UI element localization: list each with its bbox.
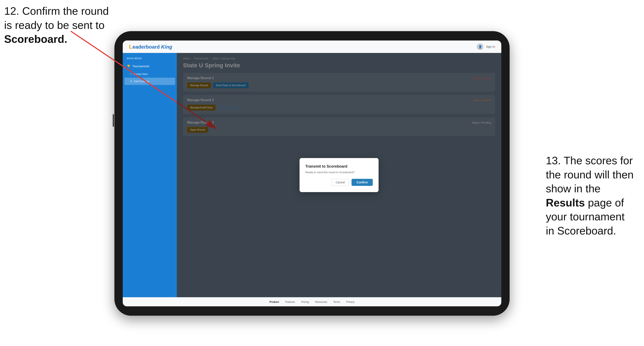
modal-overlay: Transmit to Scoreboard Ready to send thi… (177, 53, 501, 297)
signin-link[interactable]: Sign In (486, 45, 495, 48)
annotation-right-bold: Results (546, 197, 585, 209)
modal-confirm-btn[interactable]: Confirm (352, 179, 373, 186)
modal-title: Transmit to Scoreboard (305, 164, 373, 169)
annotation-right: 13. The scores for the round will then s… (546, 154, 634, 238)
annotation-right-line3: show in the (546, 182, 600, 195)
main-content: Home › Tournaments › State U Spring Invi… (177, 53, 501, 297)
tablet-screen: Leaderboard King 👤 Sign In MAIN MENU 🏆 T… (123, 40, 501, 306)
sidebar: MAIN MENU 🏆 Tournaments + Create New ✎ E… (123, 53, 177, 297)
main-layout: MAIN MENU 🏆 Tournaments + Create New ✎ E… (123, 53, 501, 297)
annotation-right-line2: the round will then (546, 169, 634, 181)
plus-icon: + (130, 72, 132, 76)
annotation-right-line1: 13. The scores for (546, 155, 633, 167)
footer-privacy[interactable]: Privacy (346, 301, 354, 303)
edit-icon: ✎ (130, 80, 132, 83)
footer: Product Features Pricing Resources Terms… (123, 297, 501, 306)
annotation-line2: is ready to be sent to (4, 19, 105, 31)
annotation-line1: 12. Confirm the round (4, 5, 109, 17)
footer-pricing[interactable]: Pricing (301, 301, 309, 303)
trophy-icon: 🏆 (127, 65, 130, 68)
modal-subtitle: Ready to send this round to Scoreboard? (305, 171, 373, 174)
footer-terms[interactable]: Terms (333, 301, 340, 303)
tablet-side-button (113, 114, 114, 127)
modal-box: Transmit to Scoreboard Ready to send thi… (300, 158, 378, 192)
sidebar-menu-label: MAIN MENU (123, 57, 177, 62)
user-avatar: 👤 (477, 43, 484, 50)
sidebar-create-new[interactable]: + Create New (123, 70, 177, 78)
top-nav: Leaderboard King 👤 Sign In (123, 40, 501, 53)
tablet-frame: Leaderboard King 👤 Sign In MAIN MENU 🏆 T… (114, 31, 510, 316)
footer-resources[interactable]: Resources (315, 301, 327, 303)
annotation-top: 12. Confirm the round is ready to be sen… (4, 4, 109, 46)
create-new-label: Create New (134, 72, 148, 76)
modal-cancel-btn[interactable]: Cancel (331, 179, 349, 186)
footer-features[interactable]: Features (285, 301, 295, 303)
sidebar-item-tournaments[interactable]: 🏆 Tournaments (123, 62, 177, 70)
annotation-right-line5: your tournament (546, 211, 625, 223)
annotation-right-line6: in Scoreboard. (546, 225, 616, 237)
tournaments-label: Tournaments (132, 65, 149, 68)
edit-existing-label: Edit Existing (134, 80, 149, 83)
annotation-line3: Scoreboard. (4, 33, 67, 45)
logo: Leaderboard King (129, 43, 172, 50)
nav-right: 👤 Sign In (477, 43, 495, 50)
sidebar-edit-existing[interactable]: ✎ Edit Existing (124, 78, 175, 85)
footer-product[interactable]: Product (270, 301, 279, 303)
annotation-right-line4: page of (585, 197, 624, 209)
modal-actions: Cancel Confirm (305, 179, 373, 186)
logo-area: Leaderboard King (129, 43, 172, 50)
